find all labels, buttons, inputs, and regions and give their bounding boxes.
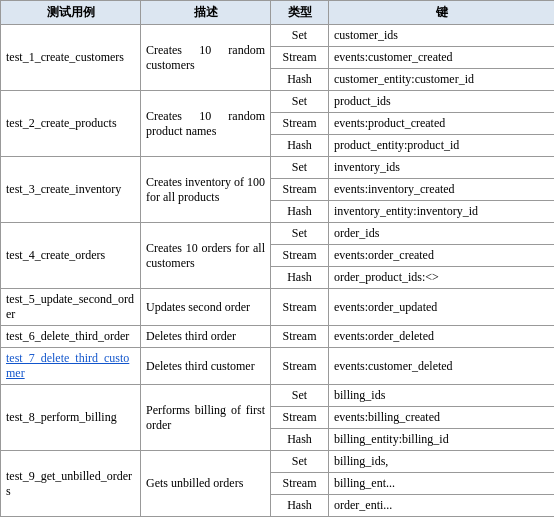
header-desc: 描述 <box>141 1 271 25</box>
type-cell: Stream <box>271 407 329 429</box>
key-cell: order_product_ids:<> <box>329 267 555 289</box>
key-cell: inventory_ids <box>329 157 555 179</box>
key-cell: events:inventory_created <box>329 179 555 201</box>
type-cell: Stream <box>271 113 329 135</box>
key-cell: events:order_created <box>329 245 555 267</box>
key-cell: events:order_deleted <box>329 326 555 348</box>
desc-cell: Creates inventory of 100 for all product… <box>141 157 271 223</box>
key-cell: events:billing_created <box>329 407 555 429</box>
type-cell: Hash <box>271 495 329 517</box>
testcase-cell: test_1_create_customers <box>1 25 141 91</box>
type-cell: Stream <box>271 326 329 348</box>
type-cell: Stream <box>271 289 329 326</box>
header-key: 键 <box>329 1 555 25</box>
testcase-cell: test_2_create_products <box>1 91 141 157</box>
key-cell: events:product_created <box>329 113 555 135</box>
type-cell: Set <box>271 223 329 245</box>
type-cell: Set <box>271 25 329 47</box>
type-cell: Stream <box>271 47 329 69</box>
desc-cell: Creates 10 orders for all customers <box>141 223 271 289</box>
testcase-cell: test_5_update_second_order <box>1 289 141 326</box>
testcase-cell: test_8_perform_billing <box>1 385 141 451</box>
desc-cell: Deletes third customer <box>141 348 271 385</box>
key-cell: billing_ent... <box>329 473 555 495</box>
key-cell: billing_entity:billing_id <box>329 429 555 451</box>
key-cell: product_ids <box>329 91 555 113</box>
type-cell: Hash <box>271 267 329 289</box>
key-cell: events:customer_created <box>329 47 555 69</box>
type-cell: Stream <box>271 245 329 267</box>
type-cell: Stream <box>271 179 329 201</box>
desc-cell: Updates second order <box>141 289 271 326</box>
key-cell: product_entity:product_id <box>329 135 555 157</box>
type-cell: Stream <box>271 348 329 385</box>
key-cell: events:order_updated <box>329 289 555 326</box>
desc-cell: Gets unbilled orders <box>141 451 271 517</box>
type-cell: Set <box>271 157 329 179</box>
key-cell: billing_ids <box>329 385 555 407</box>
key-cell: inventory_entity:inventory_id <box>329 201 555 223</box>
key-cell: order_ids <box>329 223 555 245</box>
testcase-cell: test_4_create_orders <box>1 223 141 289</box>
desc-cell: Creates 10 random product names <box>141 91 271 157</box>
type-cell: Hash <box>271 429 329 451</box>
testcase-cell: test_9_get_unbilled_orders <box>1 451 141 517</box>
desc-cell: Creates 10 random customers <box>141 25 271 91</box>
type-cell: Set <box>271 91 329 113</box>
desc-cell: Performs billing of first order <box>141 385 271 451</box>
testcase-cell: test_7_delete_third_customer <box>1 348 141 385</box>
type-cell: Set <box>271 451 329 473</box>
key-cell: customer_ids <box>329 25 555 47</box>
key-cell: events:customer_deleted <box>329 348 555 385</box>
type-cell: Stream <box>271 473 329 495</box>
key-cell: order_enti... <box>329 495 555 517</box>
desc-cell: Deletes third order <box>141 326 271 348</box>
testcase-cell: test_6_delete_third_order <box>1 326 141 348</box>
testcase-cell: test_3_create_inventory <box>1 157 141 223</box>
key-cell: billing_ids, <box>329 451 555 473</box>
type-cell: Hash <box>271 135 329 157</box>
test-table: 测试用例 描述 类型 键 test_1_create_customersCrea… <box>0 0 554 517</box>
header-type: 类型 <box>271 1 329 25</box>
type-cell: Hash <box>271 201 329 223</box>
type-cell: Set <box>271 385 329 407</box>
header-testcase: 测试用例 <box>1 1 141 25</box>
key-cell: customer_entity:customer_id <box>329 69 555 91</box>
type-cell: Hash <box>271 69 329 91</box>
